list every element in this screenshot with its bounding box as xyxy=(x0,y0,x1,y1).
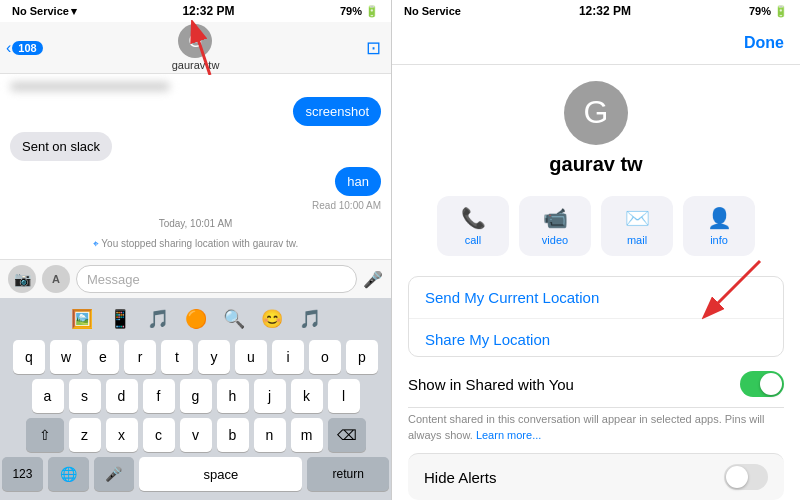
emoji-face[interactable]: 😊 xyxy=(257,304,287,334)
message-input-field[interactable]: Message xyxy=(76,265,357,293)
key-i[interactable]: i xyxy=(272,340,304,374)
key-s[interactable]: s xyxy=(69,379,101,413)
key-f[interactable]: f xyxy=(143,379,175,413)
emoji-apps[interactable]: 📱 xyxy=(105,304,135,334)
key-k[interactable]: k xyxy=(291,379,323,413)
action-buttons-row: 📞 call 📹 video ✉️ mail 👤 info xyxy=(392,186,800,266)
video-call-button[interactable]: ⊡ xyxy=(366,37,381,59)
key-j[interactable]: j xyxy=(254,379,286,413)
key-delete[interactable]: ⌫ xyxy=(328,418,366,452)
info-icon: 👤 xyxy=(707,206,732,230)
video-icon: 📹 xyxy=(543,206,568,230)
key-o[interactable]: o xyxy=(309,340,341,374)
emoji-music[interactable]: 🎵 xyxy=(295,304,325,334)
input-placeholder: Message xyxy=(87,272,140,287)
key-t[interactable]: t xyxy=(161,340,193,374)
key-r[interactable]: r xyxy=(124,340,156,374)
key-g[interactable]: g xyxy=(180,379,212,413)
call-label: call xyxy=(465,234,482,246)
key-n[interactable]: n xyxy=(254,418,286,452)
key-z[interactable]: z xyxy=(69,418,101,452)
blurred-message xyxy=(10,82,170,91)
learn-more-link[interactable]: Learn more... xyxy=(476,429,541,441)
location-icon: ⌖ xyxy=(93,238,99,249)
send-location-row[interactable]: Send My Current Location xyxy=(409,277,783,319)
key-e[interactable]: e xyxy=(87,340,119,374)
action-video-button[interactable]: 📹 video xyxy=(519,196,591,256)
call-icon: 📞 xyxy=(461,206,486,230)
right-header: Done xyxy=(392,22,800,65)
battery-icon: 🔋 xyxy=(365,5,379,18)
show-in-shared-label: Show in Shared with You xyxy=(408,376,574,393)
keyboard-row-3: ⇧ z x c v b n m ⌫ xyxy=(2,418,389,452)
send-location-label: Send My Current Location xyxy=(425,289,599,306)
key-return[interactable]: return xyxy=(307,457,389,491)
keyboard-row-1: q w e r t y u i o p xyxy=(2,340,389,374)
video-label: video xyxy=(542,234,568,246)
key-mic[interactable]: 🎤 xyxy=(94,457,135,491)
key-123[interactable]: 123 xyxy=(2,457,43,491)
signal-text: No Service xyxy=(12,5,69,17)
hide-alerts-toggle[interactable] xyxy=(724,464,768,490)
mail-label: mail xyxy=(627,234,647,246)
keyboard-row-4: 123 🌐 🎤 space return xyxy=(2,457,389,491)
contact-avatar: G xyxy=(178,24,212,58)
key-w[interactable]: w xyxy=(50,340,82,374)
key-v[interactable]: v xyxy=(180,418,212,452)
emoji-audio[interactable]: 🎵 xyxy=(143,304,173,334)
shared-with-you-section: Show in Shared with You Content shared i… xyxy=(392,357,800,453)
key-c[interactable]: c xyxy=(143,418,175,452)
contact-large-avatar: G xyxy=(564,81,628,145)
message-bubble-outgoing-1: screenshot xyxy=(293,97,381,126)
mic-button[interactable]: 🎤 xyxy=(363,270,383,289)
system-timestamp: Today, 10:01 AM xyxy=(159,217,233,231)
key-globe[interactable]: 🌐 xyxy=(48,457,89,491)
left-phone: No Service ▾ 12:32 PM 79% 🔋 ‹ 108 G gaur… xyxy=(0,0,392,500)
shared-description: Content shared in this conversation will… xyxy=(408,408,784,451)
done-button[interactable]: Done xyxy=(744,34,784,52)
key-y[interactable]: y xyxy=(198,340,230,374)
messages-header: ‹ 108 G gaurav tw ⊡ xyxy=(0,22,391,74)
right-signal-text: No Service xyxy=(404,5,461,17)
right-battery-icon: 🔋 xyxy=(774,5,788,18)
info-label: info xyxy=(710,234,728,246)
system-location-msg: ⌖ You stopped sharing location with gaur… xyxy=(93,237,299,251)
emoji-photos[interactable]: 🖼️ xyxy=(67,304,97,334)
toggle-knob xyxy=(760,373,782,395)
right-battery: 79% 🔋 xyxy=(749,5,788,18)
contact-header-area[interactable]: G gaurav tw xyxy=(172,24,220,71)
emoji-search[interactable]: 🔍 xyxy=(219,304,249,334)
hide-alerts-row: Hide Alerts xyxy=(408,453,784,500)
key-h[interactable]: h xyxy=(217,379,249,413)
action-info-button[interactable]: 👤 info xyxy=(683,196,755,256)
action-call-button[interactable]: 📞 call xyxy=(437,196,509,256)
key-m[interactable]: m xyxy=(291,418,323,452)
emoji-suggestions-row: 🖼️ 📱 🎵 🟠 🔍 😊 🎵 xyxy=(2,302,389,336)
message-count-badge: 108 xyxy=(12,41,42,55)
back-button[interactable]: ‹ 108 xyxy=(6,39,43,57)
key-x[interactable]: x xyxy=(106,418,138,452)
key-q[interactable]: q xyxy=(13,340,45,374)
key-u[interactable]: u xyxy=(235,340,267,374)
action-mail-button[interactable]: ✉️ mail xyxy=(601,196,673,256)
right-status-bar: No Service 12:32 PM 79% 🔋 xyxy=(392,0,800,22)
key-shift[interactable]: ⇧ xyxy=(26,418,64,452)
shared-toggle[interactable] xyxy=(740,371,784,397)
key-b[interactable]: b xyxy=(217,418,249,452)
emoji-circle[interactable]: 🟠 xyxy=(181,304,211,334)
left-signal: No Service ▾ xyxy=(12,5,77,18)
left-time: 12:32 PM xyxy=(182,4,234,18)
right-signal: No Service xyxy=(404,5,461,17)
key-p[interactable]: p xyxy=(346,340,378,374)
key-d[interactable]: d xyxy=(106,379,138,413)
share-location-row[interactable]: Share My Location xyxy=(409,319,783,358)
left-battery: 79% 🔋 xyxy=(340,5,379,18)
keyboard-row-2: a s d f g h j k l xyxy=(2,379,389,413)
apps-button[interactable]: A xyxy=(42,265,70,293)
camera-button[interactable]: 📷 xyxy=(8,265,36,293)
contact-name-header: gaurav tw xyxy=(172,59,220,71)
right-phone: No Service 12:32 PM 79% 🔋 Done G gaurav … xyxy=(392,0,800,500)
key-l[interactable]: l xyxy=(328,379,360,413)
key-a[interactable]: a xyxy=(32,379,64,413)
key-space[interactable]: space xyxy=(139,457,302,491)
